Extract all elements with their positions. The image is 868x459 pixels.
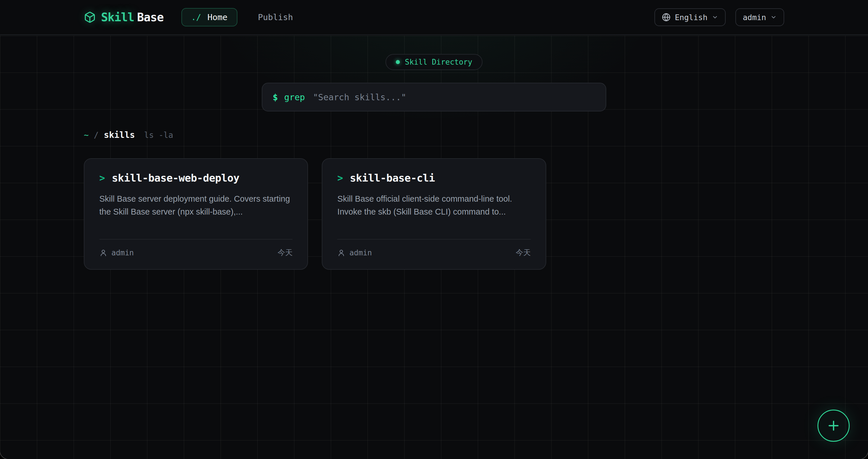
prompt-chevron: >: [337, 172, 343, 183]
user-menu[interactable]: admin: [735, 8, 784, 26]
add-skill-fab[interactable]: [817, 410, 849, 442]
skill-description: Skill Base server deployment guide. Cove…: [99, 193, 292, 218]
skill-date: 今天: [516, 248, 531, 258]
skill-title: skill-base-cli: [350, 172, 435, 184]
badge-label: Skill Directory: [405, 58, 472, 66]
card-footer: admin 今天: [337, 239, 530, 258]
user-icon: [337, 249, 345, 257]
skill-title: skill-base-web-deploy: [112, 172, 239, 184]
breadcrumb-path: skills: [104, 130, 135, 140]
grep-command: grep: [284, 92, 305, 102]
skill-author: admin: [99, 249, 134, 257]
home-prefix: ./: [191, 12, 201, 22]
directory-badge: Skill Directory: [385, 54, 483, 70]
nav-tab-publish[interactable]: Publish: [258, 12, 293, 22]
site-header: SkillBase ./ Home Publish English admin: [0, 0, 868, 35]
skill-card[interactable]: >skill-base-cli Skill Base official clie…: [322, 158, 546, 270]
search-bar[interactable]: $ grep: [262, 83, 606, 111]
globe-icon: [662, 13, 671, 22]
chevron-down-icon: [712, 14, 718, 20]
main-area: Skill Directory $ grep ~ / skills ls -la…: [0, 36, 868, 459]
user-label: admin: [743, 13, 766, 22]
app-window: SkillBase ./ Home Publish English admin: [0, 0, 868, 459]
user-icon: [99, 249, 107, 257]
prompt-symbol: $: [273, 92, 278, 102]
cube-icon: [84, 11, 96, 23]
skill-date: 今天: [278, 248, 292, 258]
brand-title: SkillBase: [101, 11, 164, 24]
language-label: English: [675, 13, 708, 22]
search-input[interactable]: [313, 92, 595, 102]
breadcrumb: ~ / skills ls -la: [84, 130, 784, 140]
breadcrumb-separator: /: [94, 131, 99, 140]
skill-author: admin: [337, 249, 372, 257]
breadcrumb-home[interactable]: ~: [84, 131, 89, 140]
skill-card[interactable]: >skill-base-web-deploy Skill Base server…: [84, 158, 308, 270]
status-dot: [396, 60, 400, 64]
home-label: Home: [208, 12, 228, 22]
plus-icon: [826, 418, 841, 433]
prompt-chevron: >: [99, 172, 105, 183]
breadcrumb-command: ls -la: [144, 131, 173, 140]
skill-description: Skill Base official client-side command-…: [337, 193, 530, 218]
chevron-down-icon: [770, 14, 777, 20]
nav-tab-home[interactable]: ./ Home: [181, 8, 237, 26]
skill-card-grid: >skill-base-web-deploy Skill Base server…: [84, 158, 784, 270]
card-footer: admin 今天: [99, 239, 292, 258]
language-selector[interactable]: English: [654, 8, 725, 26]
brand-logo[interactable]: SkillBase: [84, 11, 164, 24]
